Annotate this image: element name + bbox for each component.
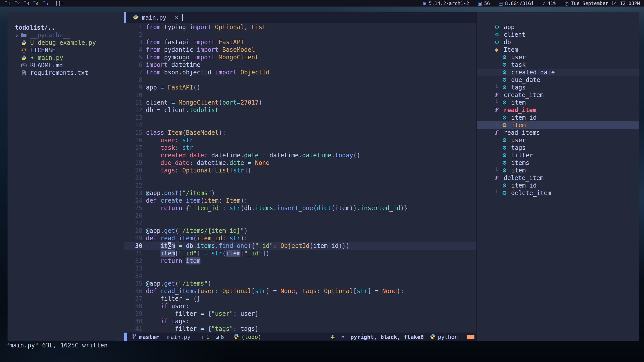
code-line-23[interactable]: 23@app.post("/items"): [124, 189, 476, 197]
license-icon: [21, 48, 30, 53]
variable-icon: ⚙: [502, 77, 511, 83]
code-text: created_date: datetime.date = datetime.d…: [142, 152, 360, 159]
code-line-11[interactable]: 11client = MongoClient(port=27017): [124, 99, 476, 106]
outline-symbol-task[interactable]: ⚙task: [477, 61, 639, 69]
code-line-4[interactable]: 4from pydantic import BaseModel: [124, 46, 476, 54]
code-line-25[interactable]: 25 return {"item_id": str(db.items.inser…: [124, 204, 476, 212]
tab-main-py[interactable]: main.py ×: [133, 14, 178, 21]
workspace-tag-2[interactable]: 2: [13, 0, 23, 6]
code-line-27[interactable]: 27: [124, 219, 476, 227]
code-line-8[interactable]: 8: [124, 76, 476, 84]
tree-item-debug_example.py[interactable]: Udebug_example.py: [8, 39, 124, 47]
function-icon: f: [495, 129, 504, 137]
outline-symbol-tags[interactable]: └⚙tags: [477, 84, 639, 91]
workspace-tag-1[interactable]: 1: [4, 0, 13, 6]
code-line-15[interactable]: 15class Item(BaseModel):: [124, 129, 476, 137]
code-line-7[interactable]: 7from bson.objectid import ObjectId: [124, 69, 476, 76]
workspace-tag-4[interactable]: 4: [32, 0, 42, 6]
code-line-33[interactable]: 33: [124, 265, 476, 272]
code-line-26[interactable]: 26: [124, 212, 476, 219]
code-line-36[interactable]: 36def read_items(user: Optional[str] = N…: [124, 287, 476, 295]
tree-connector: └: [495, 99, 502, 106]
layout-indicator[interactable]: []=: [55, 1, 64, 6]
outline-symbol-user[interactable]: ⚙user: [477, 137, 639, 144]
tab-close-icon[interactable]: ×: [175, 14, 178, 21]
code-line-37[interactable]: 37 filter = {}: [124, 295, 476, 302]
line-number: 29: [124, 235, 142, 242]
outline-symbol-delete_item[interactable]: fdelete_item: [477, 174, 639, 182]
outline-symbol-db[interactable]: ⚙db: [477, 38, 639, 46]
outline-symbol-items[interactable]: ⚙items: [477, 159, 639, 167]
code-line-30[interactable]: 30 item = db.items.find_one({"_id": Obje…: [124, 242, 476, 250]
code-text: from pymongo import MongoClient: [142, 54, 259, 61]
outline-symbol-read_item[interactable]: fread_item: [477, 106, 639, 114]
workspace-client-indicator: [5, 1, 7, 2]
outline-symbol-item_id[interactable]: ⚙item_id: [477, 182, 639, 189]
code-line-41[interactable]: 41 filter = {"tags": tags}: [124, 325, 476, 333]
code-line-1[interactable]: 1from typing import Optional, List: [124, 23, 476, 31]
outline-symbol-create_item[interactable]: fcreate_item: [477, 91, 639, 99]
outline-symbol-Item[interactable]: ◆Item: [477, 46, 639, 54]
filetype-segment: python: [430, 334, 458, 340]
code-area[interactable]: 1from typing import Optional, List23from…: [124, 23, 476, 333]
code-line-28[interactable]: 28@app.get("/items/{item_id}"): [124, 227, 476, 235]
code-line-6[interactable]: 6import datetime: [124, 61, 476, 69]
line-number: 3: [124, 38, 142, 46]
code-line-5[interactable]: 5from pymongo import MongoClient: [124, 54, 476, 61]
outline-symbol-delete_item[interactable]: └⚙delete_item: [477, 189, 639, 197]
code-line-13[interactable]: 13: [124, 114, 476, 121]
git-branch[interactable]: master: [132, 334, 159, 340]
code-line-31[interactable]: 31 item["_id"] = str(item["_id"]): [124, 250, 476, 257]
code-line-39[interactable]: 39 filter = {"user": user}: [124, 310, 476, 318]
outline-symbol-tags[interactable]: ⚙tags: [477, 144, 639, 152]
outline-symbol-filter[interactable]: ⚙filter: [477, 152, 639, 159]
variable-icon: ⚙: [495, 24, 504, 30]
tree-item-README.md[interactable]: README.md: [8, 62, 124, 69]
code-line-14[interactable]: 14: [124, 121, 476, 129]
code-line-22[interactable]: 22: [124, 182, 476, 189]
code-line-35[interactable]: 35@app.get("/items"): [124, 280, 476, 287]
workspace-tag-3[interactable]: 3: [23, 0, 32, 6]
code-line-12[interactable]: 12db = client.todolist: [124, 106, 476, 114]
code-line-20[interactable]: 20 tags: Optional[List[str]]: [124, 167, 476, 174]
code-text: item = db.items.find_one({"_id": ObjectI…: [142, 242, 349, 250]
code-line-10[interactable]: 10: [124, 91, 476, 99]
outline-symbol-item[interactable]: └⚙item: [477, 167, 639, 174]
tree-item-main.py[interactable]: •main.py: [8, 54, 124, 62]
outline-symbol-client[interactable]: ⚙client: [477, 31, 639, 38]
symbol-label: create_item: [504, 92, 544, 99]
outline-symbol-item[interactable]: └⚙item: [477, 121, 639, 129]
outline-symbol-created_date[interactable]: ⚙created_date: [477, 69, 639, 76]
code-line-17[interactable]: 17 task: str: [124, 144, 476, 152]
outline-symbol-user[interactable]: ⚙user: [477, 54, 639, 61]
code-line-29[interactable]: 29def read_item(item_id: str):: [124, 235, 476, 242]
tab-title: main.py: [142, 14, 166, 21]
tree-item-requirements.txt[interactable]: requirements.txt: [8, 69, 124, 77]
outline-symbol-item[interactable]: └⚙item: [477, 99, 639, 106]
code-line-18[interactable]: 18 created_date: datetime.date = datetim…: [124, 152, 476, 159]
symbol-label: task: [511, 61, 526, 68]
code-line-16[interactable]: 16 user: str: [124, 137, 476, 144]
code-line-38[interactable]: 38 if user:: [124, 302, 476, 310]
code-line-34[interactable]: 34: [124, 272, 476, 280]
code-line-21[interactable]: 21: [124, 174, 476, 182]
outline-symbol-due_date[interactable]: ⚙due_date: [477, 76, 639, 84]
code-line-40[interactable]: 40 if tags:: [124, 318, 476, 325]
outline-symbol-item_id[interactable]: ⚙item_id: [477, 114, 639, 121]
code-line-19[interactable]: 19 due_date: datetime.date = None: [124, 159, 476, 167]
tree-item-LICENSE[interactable]: LICENSE: [8, 47, 124, 54]
workspace-tag-5[interactable]: 5: [42, 0, 51, 6]
tree-root-folder[interactable]: todolist/..: [8, 24, 124, 31]
code-line-24[interactable]: 24def create_item(item: Item):: [124, 197, 476, 204]
status-text-package: 56: [484, 1, 490, 6]
code-text: import datetime: [142, 61, 200, 69]
outline-symbol-read_items[interactable]: fread_items: [477, 129, 639, 137]
line-number: 6: [124, 61, 142, 69]
code-line-2[interactable]: 2: [124, 31, 476, 38]
code-line-32[interactable]: 32 return item: [124, 257, 476, 265]
code-line-3[interactable]: 3from fastapi import FastAPI: [124, 38, 476, 46]
tree-item-__pycache__[interactable]: ›__pycache__: [8, 31, 124, 39]
symbol-label: due_date: [511, 76, 540, 83]
code-line-9[interactable]: 9app = FastAPI(): [124, 84, 476, 91]
outline-symbol-app[interactable]: ⚙app: [477, 23, 639, 31]
